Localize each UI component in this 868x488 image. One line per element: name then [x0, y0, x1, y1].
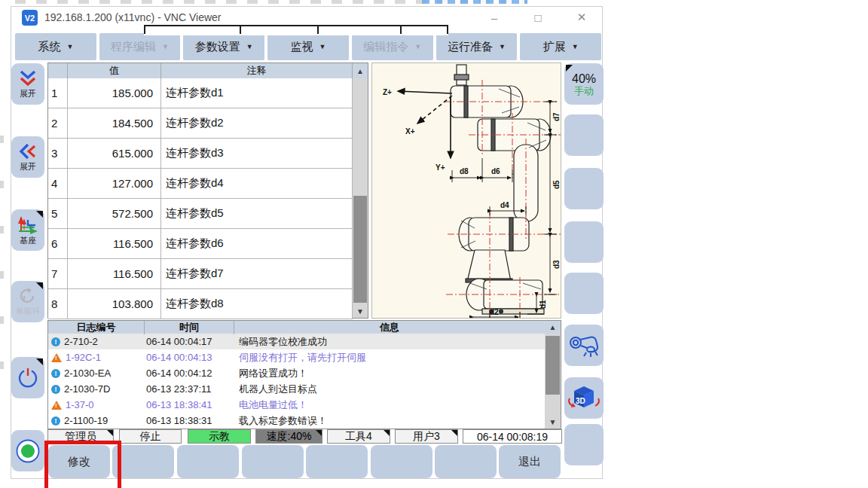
menu-run-prepare[interactable]: 运行准备 ▼ — [436, 33, 518, 60]
header-log-id: 日志编号 — [48, 321, 145, 334]
status-speed[interactable]: 速度:40% — [255, 429, 322, 444]
svg-text:3D: 3D — [576, 397, 585, 405]
robot-dimension-diagram: Z+ X+ Y+ d8 d6 d4 d2 d7 d5 d3 d1 — [371, 63, 561, 319]
axis-y-label: Y+ — [436, 163, 445, 172]
dim-d3-label: d3 — [552, 260, 561, 269]
log-message: 电池电量过低！ — [234, 397, 546, 413]
close-button[interactable]: ✕ — [572, 8, 591, 26]
right-sidebar-button-empty-4[interactable] — [564, 273, 604, 314]
log-row[interactable]: !2-1030-7D 06-13 23:37:11 机器人到达目标点 — [48, 381, 561, 397]
log-id: 1-92C-1 — [66, 352, 101, 363]
info-icon: ! — [51, 369, 60, 378]
teach-pendant-button[interactable] — [564, 325, 604, 366]
desk-tick — [447, 26, 448, 34]
right-sidebar-button-empty-1[interactable] — [564, 114, 604, 156]
scroll-up-icon[interactable]: ▲ — [353, 63, 368, 78]
window-title: 192.168.1.200 (x11vnc) - VNC Viewer — [44, 11, 222, 23]
param-table-scrollbar[interactable]: ▲ ▼ — [353, 63, 368, 318]
table-row[interactable]: 6 116.500 连杆参数d6 — [48, 229, 368, 259]
dim-d5-label: d5 — [552, 180, 561, 189]
minimize-button[interactable]: – — [484, 8, 504, 26]
axis-x-label: X+ — [405, 127, 415, 136]
menu-system[interactable]: 系统 ▼ — [15, 33, 96, 60]
scroll-up-icon[interactable]: ▲ — [545, 321, 561, 334]
expand-down-button[interactable]: 展开 — [11, 63, 44, 105]
table-row[interactable]: 5 572.500 连杆参数d5 — [48, 199, 368, 229]
row-comment: 连杆参数d3 — [161, 139, 353, 169]
single-cycle-button: 单循环 — [11, 281, 44, 322]
maximize-button[interactable]: □ — [528, 8, 548, 26]
table-row[interactable]: 2 184.500 连杆参数d2 — [48, 108, 368, 139]
status-tool[interactable]: 工具4 — [327, 429, 390, 444]
right-sidebar-button-empty-3[interactable] — [564, 221, 604, 263]
row-comment: 连杆参数d5 — [161, 199, 353, 229]
menu-label: 参数设置 — [195, 40, 240, 54]
row-value: 572.500 — [68, 199, 161, 229]
right-sidebar-button-empty-5[interactable] — [564, 424, 604, 465]
log-time: 06-14 00:04:13 — [145, 349, 234, 365]
remote-desktop-edge — [144, 25, 448, 35]
table-row[interactable]: 8 103.800 连杆参数d8 — [48, 289, 368, 319]
log-scrollbar[interactable]: ▲ ▼ — [545, 321, 561, 429]
bottom-button-empty-6[interactable] — [435, 445, 497, 478]
base-frame-button[interactable]: 基座 — [11, 209, 44, 251]
row-comment: 连杆参数d7 — [161, 259, 353, 289]
log-time: 06-13 18:38:31 — [145, 413, 234, 429]
menu-extend[interactable]: 扩展 ▼ — [520, 33, 601, 60]
chevron-down-icon: ▼ — [499, 43, 506, 50]
log-row[interactable]: !2-710-2 06-14 00:04:17 编码器零位校准成功 — [48, 334, 561, 349]
table-row[interactable]: 3 615.000 连杆参数d3 — [48, 139, 368, 169]
header-info: 信息 — [234, 321, 546, 334]
log-id: 2-1030-7D — [64, 383, 110, 395]
servo-power-button[interactable] — [11, 357, 44, 398]
right-sidebar-button-empty-2[interactable] — [564, 168, 604, 209]
3d-view-icon: 3D — [567, 383, 601, 413]
chevron-down-icon: ▼ — [246, 43, 253, 50]
scrollbar-thumb[interactable] — [546, 336, 560, 395]
menu-parameter-settings[interactable]: 参数设置 ▼ — [183, 33, 264, 60]
log-id: 2-1030-EA — [64, 368, 111, 379]
menu-program-edit: 程序编辑 ▼ — [99, 33, 181, 60]
view-3d-button[interactable]: 3D — [564, 377, 604, 419]
bottom-button-empty-1[interactable] — [112, 445, 174, 478]
row-value: 103.800 — [68, 289, 161, 319]
menu-label: 扩展 — [543, 40, 566, 54]
scroll-down-icon[interactable]: ▼ — [545, 416, 561, 429]
vnc-logo-icon: V2 — [22, 10, 38, 26]
menu-monitor[interactable]: 监视 ▼ — [267, 33, 349, 60]
background-window-edge — [0, 136, 4, 392]
chevron-down-icon: ▼ — [162, 43, 169, 50]
log-row[interactable]: !2-1030-EA 06-14 00:04:12 网络设置成功！ — [48, 365, 561, 381]
row-index: 8 — [48, 289, 68, 319]
menu-edit-command: 编辑指令 ▼ — [352, 33, 433, 60]
expand-left-icon — [18, 142, 38, 160]
scroll-down-icon[interactable]: ▼ — [353, 304, 368, 318]
status-user-frame[interactable]: 用户3 — [395, 429, 458, 444]
bottom-button-empty-3[interactable] — [242, 445, 304, 478]
log-row[interactable]: 1-37-0 06-13 18:38:41 电池电量过低！ — [48, 397, 561, 413]
status-run-state: 停止 — [119, 429, 182, 444]
scrollbar-thumb[interactable] — [353, 196, 367, 303]
table-row[interactable]: 7 116.500 连杆参数d7 — [48, 259, 368, 289]
row-value: 116.500 — [68, 259, 161, 289]
row-index: 4 — [48, 169, 68, 199]
expand-label: 展开 — [20, 88, 36, 99]
bottom-button-empty-5[interactable] — [371, 445, 432, 478]
expand-left-button[interactable]: 展开 — [11, 136, 44, 178]
row-index: 6 — [48, 229, 68, 259]
bottom-button-empty-4[interactable] — [306, 445, 368, 478]
row-comment: 连杆参数d2 — [161, 108, 353, 139]
log-message: 载入标定参数错误！ — [234, 413, 546, 429]
bottom-button-empty-2[interactable] — [177, 445, 239, 478]
table-row[interactable]: 1 185.000 连杆参数d1 — [48, 78, 368, 108]
speed-mode-button[interactable]: 40% 手动 — [564, 63, 604, 105]
row-index: 3 — [48, 139, 68, 169]
exit-button[interactable]: 退出 — [499, 445, 561, 478]
log-row[interactable]: 1-92C-1 06-14 00:04:13 伺服没有打开，请先打开伺服 — [48, 349, 561, 365]
record-run-button[interactable] — [11, 430, 44, 471]
desk-tick — [240, 26, 241, 34]
table-row[interactable]: 4 127.000 连杆参数d4 — [48, 169, 368, 199]
base-axes-icon — [17, 215, 39, 234]
log-row[interactable]: !2-1100-19 06-13 18:38:31 载入标定参数错误！ — [48, 413, 561, 429]
manual-mode-label: 手动 — [574, 85, 594, 96]
